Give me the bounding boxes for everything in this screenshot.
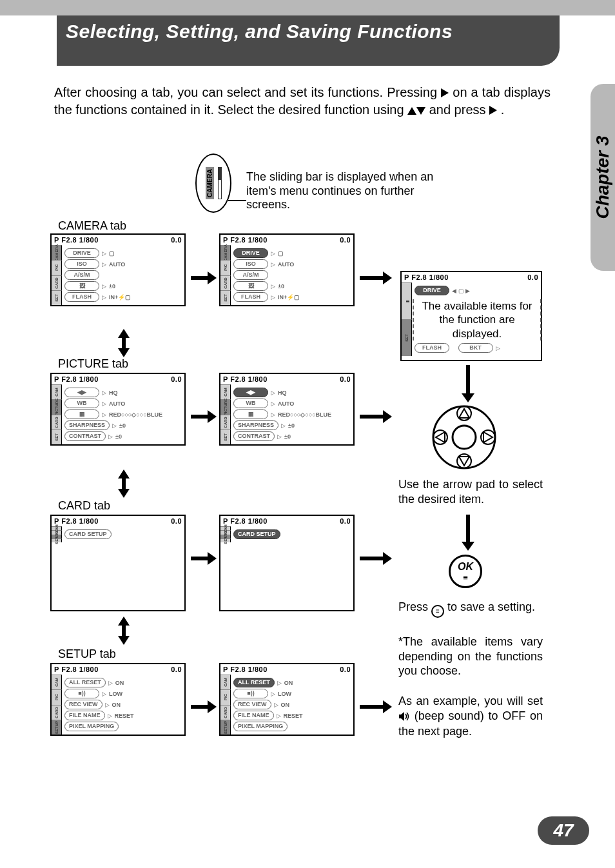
arrow-right-icon bbox=[191, 413, 217, 420]
intro-text-1: After choosing a tab, you can select and… bbox=[54, 85, 441, 99]
arrow-right-icon bbox=[360, 555, 392, 562]
triangle-right-icon bbox=[489, 106, 497, 115]
arrow-down-icon bbox=[464, 515, 472, 551]
sliding-bar-callout-bubble: CAMERA bbox=[195, 153, 231, 213]
intro-paragraph: After choosing a tab, you can select and… bbox=[54, 84, 551, 119]
callout-leader-line bbox=[228, 200, 246, 201]
camera-screen-left: P F2.8 1/8000.0CAMERAPICCARDSETDRIVE▷▢IS… bbox=[50, 233, 186, 306]
setup-tab-label: SETUP tab bbox=[58, 647, 116, 661]
arrow-right-icon bbox=[191, 555, 217, 562]
picture-screen-left: P F2.8 1/8000.0CAMPICTURECARDSET◀▶▷HQWB▷… bbox=[50, 373, 186, 446]
double-arrow-vertical-icon bbox=[119, 616, 128, 645]
intro-text-4: . bbox=[501, 103, 505, 117]
drive-pill: DRIVE bbox=[415, 286, 449, 295]
triangle-down-icon bbox=[416, 107, 425, 115]
picture-tab-label: PICTURE tab bbox=[58, 357, 128, 371]
chapter-tab: Chapter 3 bbox=[591, 84, 615, 271]
example-note: As an example, you will set (beep sound)… bbox=[398, 694, 543, 739]
card-screen-mid: P F2.8 1/8000.0CAMPICCARDSETCARD SETUP bbox=[219, 515, 355, 611]
arrowpad-instruction: Use the arrow pad to select the desired … bbox=[398, 477, 543, 506]
camera-tab-label: CAMERA tab bbox=[58, 219, 126, 233]
triangle-up-icon bbox=[407, 107, 416, 115]
section-title: Selecting, Setting, and Saving Functions bbox=[66, 21, 552, 42]
available-items-note: The available items for the function are… bbox=[413, 299, 542, 340]
flow-diagram: CAMERA The sliding bar is displayed when… bbox=[45, 148, 561, 793]
picture-screen-mid: P F2.8 1/8000.0CAMPICTURECARDSET◀▶▷HQWB▷… bbox=[219, 373, 355, 446]
arrow-right-icon bbox=[360, 703, 392, 711]
flash-pill: FLASH bbox=[415, 343, 449, 353]
arrow-right-icon bbox=[360, 274, 392, 282]
triangle-right-icon bbox=[441, 88, 449, 97]
menu-icon: ≡ bbox=[463, 573, 468, 582]
card-tab-label: CARD tab bbox=[58, 499, 110, 513]
bubble-camera-label: CAMERA bbox=[206, 167, 214, 199]
arrow-right-icon bbox=[191, 274, 217, 282]
setup-screen-left: P F2.8 1/8000.0CAMPICCARDSETUPALL RESET▷… bbox=[50, 663, 186, 736]
double-arrow-vertical-icon bbox=[119, 329, 128, 357]
arrow-right-icon bbox=[360, 413, 392, 420]
ok-label: OK bbox=[458, 561, 473, 573]
sliding-bar-icon bbox=[218, 167, 222, 199]
camera-screen-mid: P F2.8 1/8000.0CAMERAPICCARDSETDRIVE▷▢IS… bbox=[219, 233, 355, 306]
ok-menu-circle-icon: ≡ bbox=[431, 605, 444, 618]
arrow-down-icon bbox=[464, 365, 472, 402]
chapter-label: Chapter 3 bbox=[592, 135, 613, 219]
arrow-pad-icon bbox=[432, 405, 496, 469]
section-title-block: Selecting, Setting, and Saving Functions bbox=[57, 15, 560, 66]
page-number: 47 bbox=[538, 816, 589, 845]
speaker-icon bbox=[398, 710, 410, 725]
page-top-bar bbox=[0, 0, 615, 15]
intro-text-3: and press bbox=[429, 103, 489, 117]
double-arrow-vertical-icon bbox=[119, 469, 128, 498]
card-screen-left: P F2.8 1/8000.0CAMPICCARDSETCARD SETUP bbox=[50, 515, 186, 611]
svg-point-1 bbox=[453, 426, 476, 449]
ok-button-icon: OK ≡ bbox=[449, 555, 482, 588]
arrow-right-icon bbox=[191, 703, 217, 711]
press-to-save-text: Press ≡ to save a setting. bbox=[398, 600, 543, 618]
sliding-bar-callout-text: The sliding bar is displayed when an ite… bbox=[246, 170, 459, 212]
bkt-pill: BKT bbox=[458, 343, 493, 353]
vary-note: *The available items vary depending on t… bbox=[398, 635, 543, 678]
setup-screen-mid: P F2.8 1/8000.0CAMPICCARDSETUPALL RESET▷… bbox=[219, 663, 355, 736]
